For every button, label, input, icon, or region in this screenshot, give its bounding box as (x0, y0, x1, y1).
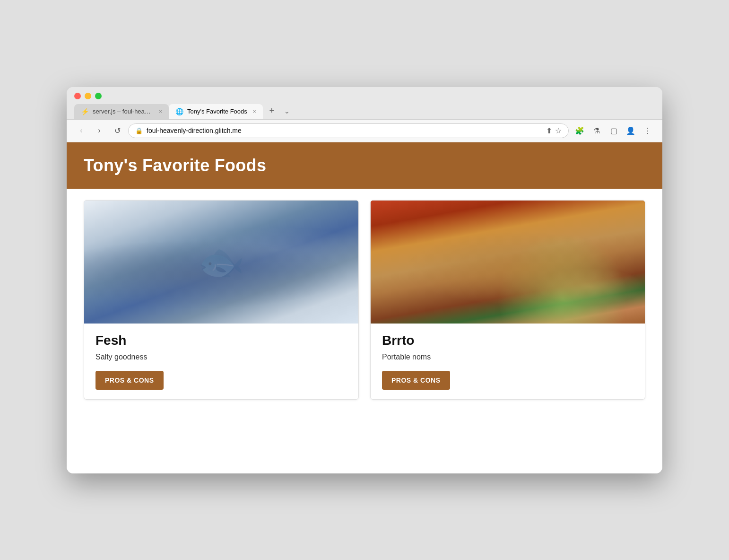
tab-dropdown-button[interactable]: ⌄ (280, 104, 294, 118)
extensions-button[interactable]: 🧩 (573, 123, 587, 138)
title-bar: ⚡ server.js – foul-heavenly-di... × 🌐 To… (67, 87, 662, 120)
tab-2-close[interactable]: × (253, 108, 256, 115)
address-bar[interactable]: 🔒 foul-heavenly-direction.glitch.me ⬆ ☆ (128, 123, 569, 138)
pros-cons-button-brrto[interactable]: PROS & CONS (382, 371, 450, 390)
food-description-fesh: Salty goodness (95, 353, 347, 361)
traffic-lights (74, 93, 655, 99)
tab-1-close[interactable]: × (159, 108, 162, 115)
share-icon[interactable]: ⬆ (546, 126, 552, 135)
food-info-fesh: Fesh Salty goodness PROS & CONS (84, 324, 358, 399)
food-card-brrto: Brrto Portable noms PROS & CONS (370, 200, 645, 400)
tab-server-js[interactable]: ⚡ server.js – foul-heavenly-di... × (74, 104, 169, 119)
fish-image (84, 201, 358, 324)
food-info-brrto: Brrto Portable noms PROS & CONS (371, 324, 645, 399)
back-button[interactable]: ‹ (74, 123, 88, 138)
reload-button[interactable]: ↺ (110, 123, 124, 138)
food-description-brrto: Portable noms (382, 353, 634, 361)
lock-icon: 🔒 (135, 127, 143, 134)
split-button[interactable]: ▢ (607, 123, 621, 138)
new-tab-button[interactable]: + (265, 104, 279, 118)
star-icon[interactable]: ☆ (555, 126, 562, 135)
food-grid: Fesh Salty goodness PROS & CONS Brrto Po… (67, 189, 662, 419)
page-title: Tony's Favorite Foods (84, 156, 645, 175)
maximize-button[interactable] (95, 93, 102, 99)
burrito-image (371, 201, 645, 324)
tab-2-icon: 🌐 (175, 108, 183, 115)
minimize-button[interactable] (85, 93, 91, 99)
tabs-row: ⚡ server.js – foul-heavenly-di... × 🌐 To… (74, 104, 655, 119)
address-text: foul-heavenly-direction.glitch.me (147, 127, 542, 134)
forward-button[interactable]: › (92, 123, 106, 138)
food-card-fesh: Fesh Salty goodness PROS & CONS (84, 200, 359, 400)
tab-2-label: Tony's Favorite Foods (187, 108, 247, 115)
page-content: Tony's Favorite Foods Fesh Salty goodnes… (67, 142, 662, 473)
tab-favorite-foods[interactable]: 🌐 Tony's Favorite Foods × (169, 104, 263, 119)
tab-1-icon: ⚡ (81, 108, 89, 115)
address-actions: ⬆ ☆ (546, 126, 562, 135)
menu-button[interactable]: ⋮ (641, 123, 655, 138)
nav-bar: ‹ › ↺ 🔒 foul-heavenly-direction.glitch.m… (67, 120, 662, 142)
food-name-fesh: Fesh (95, 333, 347, 348)
tab-1-label: server.js – foul-heavenly-di... (93, 108, 153, 115)
food-name-brrto: Brrto (382, 333, 634, 348)
flask-button[interactable]: ⚗ (590, 123, 604, 138)
profile-button[interactable]: 👤 (624, 123, 638, 138)
pros-cons-button-fesh[interactable]: PROS & CONS (95, 371, 164, 390)
close-button[interactable] (74, 93, 81, 99)
nav-tools: 🧩 ⚗ ▢ 👤 ⋮ (573, 123, 655, 138)
browser-window: ⚡ server.js – foul-heavenly-di... × 🌐 To… (67, 87, 662, 473)
page-header: Tony's Favorite Foods (67, 142, 662, 189)
